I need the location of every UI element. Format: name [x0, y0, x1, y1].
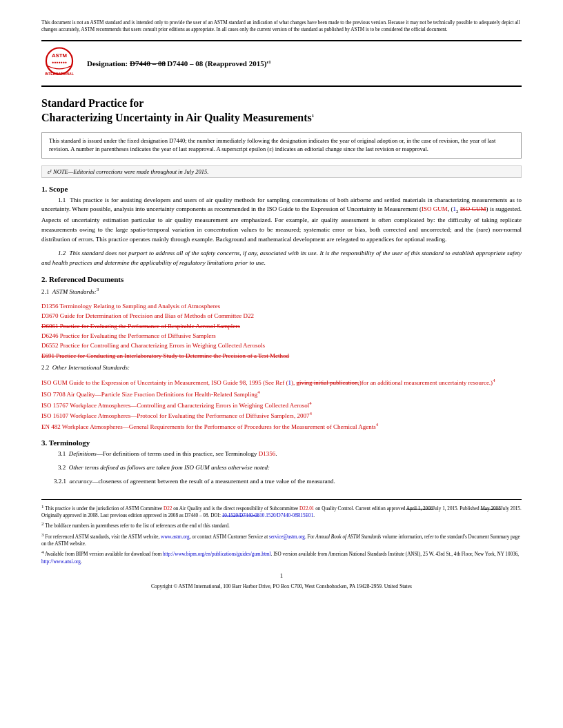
ref-ISO-GUM: ISO GUM Guide to the Expression of Uncer…: [41, 377, 522, 387]
document-title: Standard Practice forCharacterizing Unce…: [41, 97, 522, 125]
svg-text:INTERNATIONAL: INTERNATIONAL: [45, 72, 75, 76]
copyright-line: Copyright © ASTM International, 100 Barr…: [41, 583, 522, 589]
ref-D6552: D6552 Practice for Controlling and Chara…: [41, 341, 522, 350]
ref-D6061: D6061 Practice for Evaluating the Perfor…: [41, 321, 522, 331]
scope-p1: 1.1 This practice is for assisting devel…: [41, 196, 522, 245]
page: This document is not an ASTM standard an…: [0, 0, 563, 728]
scope-title: 1. Scope: [41, 185, 522, 193]
ref-E691: E691 Practice for Conducting an Interlab…: [41, 351, 522, 361]
designation-superscript: ε1: [266, 59, 271, 65]
ref-ISO7708: ISO 7708 Air Quality—Particle Size Fract…: [41, 389, 522, 399]
standard-note-box: This standard is issued under the fixed …: [41, 132, 522, 159]
title-section: Standard Practice forCharacterizing Unce…: [41, 97, 522, 125]
svg-text:●●●●●●●: ●●●●●●●: [52, 60, 67, 64]
terminology-p32: 3.2 Other terms defined as follows are t…: [41, 463, 522, 473]
epsilon-note: ε¹ NOTE—Editorial corrections were made …: [41, 165, 522, 178]
svg-text:ASTM: ASTM: [52, 52, 67, 59]
ref-D6246: D6246 Practice for Evaluating the Perfor…: [41, 331, 522, 341]
ref-EN482: EN 482 Workplace Atmospheres—General Req…: [41, 421, 522, 432]
top-notice: This document is not an ASTM standard an…: [41, 19, 522, 33]
scope-p2: 1.2 This standard does not purport to ad…: [41, 249, 522, 268]
ref-ISO16107: ISO 16107 Workplace Atmospheres—Protocol…: [41, 410, 522, 421]
designation-block: Designation: D7440 – 08 D7440 – 08 (Reap…: [87, 59, 271, 68]
footnote-1: 1 This practice is under the jurisdictio…: [41, 504, 522, 520]
ref-D1356: D1356 Terminology Relating to Sampling a…: [41, 301, 522, 311]
section-terminology: 3. Terminology 3.1 Definitions—For defin…: [41, 438, 522, 487]
footnote-4: 4 Available from BIPM version available …: [41, 549, 522, 565]
terminology-title: 3. Terminology: [41, 438, 522, 447]
ref-ISO15767: ISO 15767 Workplace Atmospheres—Controll…: [41, 400, 522, 410]
terminology-p321: 3.2.1 accuracy—closeness of agreement be…: [54, 477, 522, 487]
designation-old: D7440 – 08: [130, 59, 166, 68]
astm-logo: ASTM ●●●●●●● INTERNATIONAL: [41, 46, 77, 81]
section-referenced-documents: 2. Referenced Documents 2.1 ASTM Standar…: [41, 275, 522, 432]
designation-prefix: Designation:: [87, 59, 130, 68]
footnote-2: 2 The boldface numbers in parentheses re…: [41, 521, 522, 529]
astm-refs-list: D1356 Terminology Relating to Sampling a…: [41, 301, 522, 361]
footnote-3: 3 For referenced ASTM standards, visit t…: [41, 532, 522, 548]
page-number: 1: [41, 572, 522, 579]
footnote-area: 1 This practice is under the jurisdictio…: [41, 499, 522, 565]
section-scope: 1. Scope 1.1 This practice is for assist…: [41, 185, 522, 268]
terminology-p31: 3.1 Definitions—For definitions of terms…: [41, 449, 522, 459]
intl-refs-list: ISO GUM Guide to the Expression of Uncer…: [41, 377, 522, 432]
designation-new: D7440 – 08 (Reapproved 2015): [167, 59, 266, 68]
astm-standards-label: 2.1 ASTM Standards:3: [41, 286, 522, 297]
other-intl-label: 2.2 Other International Standards:: [41, 363, 522, 373]
ref-D3670: D3670 Guide for Determination of Precisi…: [41, 311, 522, 321]
header-row: ASTM ●●●●●●● INTERNATIONAL Designation: …: [41, 40, 522, 87]
ref-docs-title: 2. Referenced Documents: [41, 275, 522, 283]
